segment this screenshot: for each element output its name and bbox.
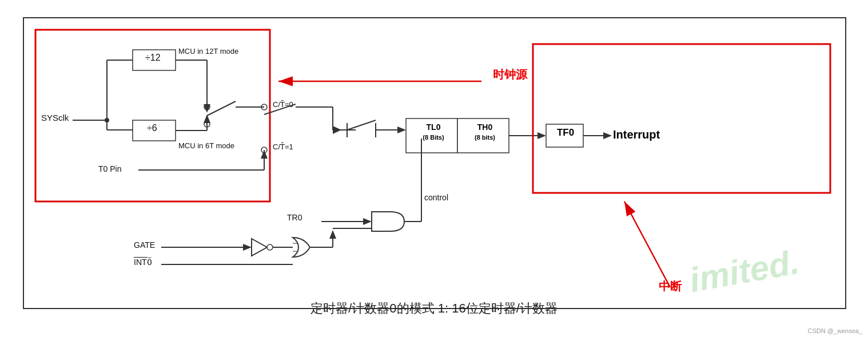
div6-label: ÷6	[147, 123, 157, 133]
interrupt-annotation: 中断	[659, 279, 682, 294]
mcu6t-label: MCU in 6T mode	[178, 141, 234, 150]
interrupt-label: Interrupt	[613, 128, 660, 141]
svg-line-61	[624, 201, 670, 287]
svg-marker-41	[363, 218, 372, 225]
th0-box: TH0 (8 bits)	[459, 122, 511, 142]
control-label: control	[424, 193, 448, 202]
svg-marker-32	[397, 126, 406, 133]
svg-point-47	[267, 244, 273, 250]
int0-label: INT0̄	[134, 258, 152, 267]
tl0-box: TL0 (8 Bits)	[408, 122, 459, 142]
sysclk-label: SYSclk	[41, 113, 69, 122]
svg-marker-46	[252, 239, 267, 256]
tr0-label: TR0	[287, 213, 302, 222]
main-diagram-container: SYSclk ÷12 ÷6 MCU in 12T mode MCU in 6T …	[23, 17, 846, 309]
tf0-label: TF0	[548, 127, 583, 139]
t0pin-label: T0 Pin	[98, 164, 121, 173]
svg-marker-54	[329, 230, 336, 239]
svg-line-16	[207, 101, 236, 116]
svg-line-29	[347, 120, 376, 130]
div12-label: ÷12	[145, 53, 161, 63]
ct1-label: C/T̄=1	[273, 143, 293, 151]
mcu12t-label: MCU in 12T mode	[178, 47, 238, 56]
svg-marker-36	[537, 132, 546, 139]
svg-rect-57	[533, 44, 830, 193]
clock-source-annotation: 时钟源	[493, 67, 527, 82]
attribution: CSDN @_wensea_	[807, 327, 862, 334]
gate-label: GATE	[134, 240, 155, 250]
diagram-caption: 定时器/计数器0的模式 1: 16位定时器/计数器	[0, 300, 868, 317]
svg-marker-39	[603, 132, 612, 139]
svg-marker-45	[243, 244, 252, 251]
ct0-label: C/T̄=0	[273, 100, 293, 109]
